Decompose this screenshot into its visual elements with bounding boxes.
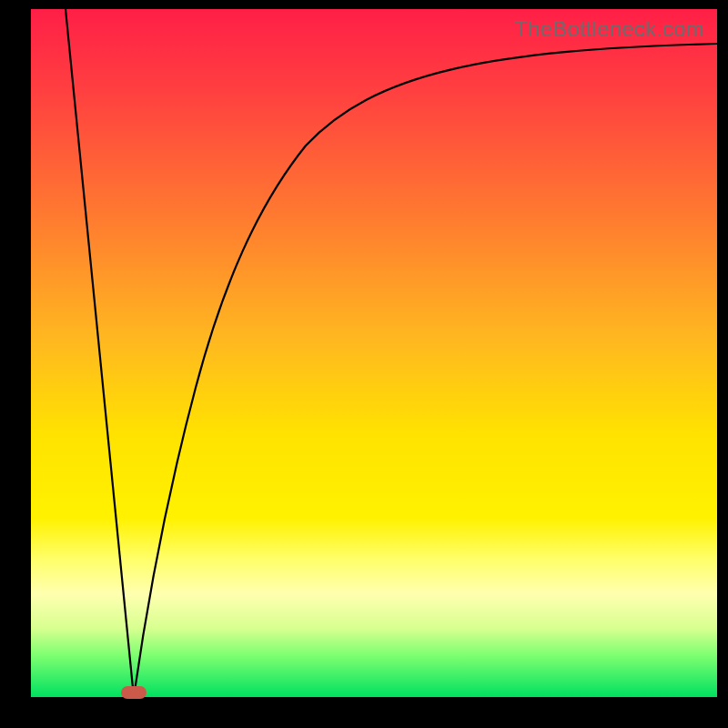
curve-right-branch [134,44,717,697]
curve-left-branch [66,9,134,697]
optimal-point-marker [121,686,147,699]
curve-layer [31,9,717,697]
chart-gradient-area: TheBottleneck.com [31,9,717,697]
